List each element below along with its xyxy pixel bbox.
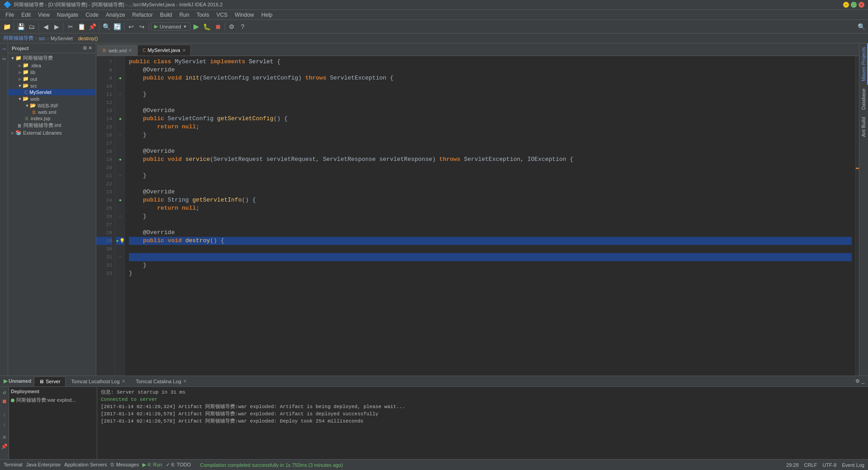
tab-webxml[interactable]: 🗎 web.xml ✕ bbox=[97, 45, 137, 56]
menu-file[interactable]: File bbox=[2, 11, 18, 19]
debug-button[interactable]: 🐛 bbox=[202, 22, 212, 32]
tab-server[interactable]: 🖥 Server bbox=[34, 376, 65, 386]
status-java-enterprise-tab[interactable]: Java Enterprise bbox=[26, 462, 61, 468]
file-encoding[interactable]: UTF-8 bbox=[822, 462, 836, 468]
wrap-icon[interactable]: ⌘ bbox=[1, 434, 8, 441]
tree-item-iml[interactable]: 🗎 阿斯顿辅导费.iml bbox=[8, 122, 96, 129]
breadcrumb-project[interactable]: 阿斯顿辅导费 bbox=[4, 35, 33, 42]
menu-edit[interactable]: Edit bbox=[18, 11, 34, 19]
menu-vcs[interactable]: VCS bbox=[213, 11, 231, 19]
scroll-down-icon[interactable]: ↓ bbox=[1, 421, 8, 428]
toolbar-open-button[interactable]: 📁 bbox=[2, 22, 12, 32]
menu-navigate[interactable]: Navigate bbox=[53, 11, 82, 19]
breadcrumb-method[interactable]: destroy() bbox=[75, 35, 100, 42]
tree-item-indexjsp[interactable]: 🗎 index.jsp bbox=[8, 115, 96, 122]
project-panel-header: Project ⚙ ✕ bbox=[8, 43, 96, 53]
project-settings-icon[interactable]: ⚙ bbox=[83, 45, 87, 51]
menu-help[interactable]: Help bbox=[258, 11, 276, 19]
help-button[interactable]: ? bbox=[238, 22, 248, 32]
breadcrumb-class[interactable]: MyServlet bbox=[51, 36, 73, 41]
sidebar-maven-projects[interactable]: Maven Projects bbox=[859, 43, 868, 85]
minimize-panel-icon[interactable]: _ bbox=[862, 378, 864, 384]
settings-button[interactable]: ⚙ bbox=[227, 22, 237, 32]
tree-item-extlibs[interactable]: ▶ 📚 External Libraries bbox=[8, 129, 96, 136]
tab-tomcat-catalina-close[interactable]: ✕ bbox=[183, 379, 187, 384]
close-button[interactable]: ✕ bbox=[859, 2, 864, 8]
scroll-up-icon[interactable]: ↑ bbox=[1, 412, 8, 419]
code-content[interactable]: public class MyServlet implements Servle… bbox=[125, 56, 855, 376]
tree-item-idea[interactable]: ▶ 📁 .idea bbox=[8, 62, 96, 69]
toolbar-forward-button[interactable]: ▶ bbox=[52, 22, 61, 32]
toolbar-paste-button[interactable]: 📌 bbox=[87, 22, 97, 32]
tree-label-idea: .idea bbox=[30, 63, 41, 68]
status-app-servers-tab[interactable]: Application Servers bbox=[64, 462, 107, 468]
gutter-run-14[interactable]: ● bbox=[116, 115, 124, 123]
minimize-button[interactable]: ─ bbox=[843, 2, 849, 8]
tree-item-lib[interactable]: ▶ 📁 lib bbox=[8, 69, 96, 75]
left-icon-2[interactable]: 2 bbox=[0, 55, 8, 62]
tree-item-web[interactable]: ▼ 📂 web bbox=[8, 95, 96, 102]
event-log[interactable]: Event Log bbox=[842, 462, 864, 468]
menu-tools[interactable]: Tools bbox=[193, 11, 213, 19]
stop-button[interactable]: ⏹ bbox=[213, 22, 223, 32]
tree-item-webinf[interactable]: ▼ 📂 WEB-INF bbox=[8, 102, 96, 109]
menu-run[interactable]: Run bbox=[176, 11, 193, 19]
stop-server-icon[interactable]: ⏹ bbox=[1, 398, 8, 405]
tab-tomcat-localhost-close[interactable]: ✕ bbox=[122, 379, 125, 384]
menu-build[interactable]: Build bbox=[156, 11, 176, 19]
tab-tomcat-localhost[interactable]: Tomcat Localhost Log ✕ bbox=[66, 376, 130, 386]
cursor-position[interactable]: 29:28 bbox=[786, 462, 799, 468]
line-ending[interactable]: CRLF bbox=[804, 462, 817, 468]
sidebar-ant-build[interactable]: Ant Build bbox=[859, 113, 868, 141]
toolbar-replace-button[interactable]: 🔄 bbox=[112, 22, 122, 32]
gutter-run-29[interactable]: ●💡 bbox=[116, 237, 124, 245]
toolbar-find-button[interactable]: 🔍 bbox=[101, 22, 111, 32]
breadcrumb-src[interactable]: src bbox=[39, 36, 46, 41]
tree-item-out[interactable]: ▶ 📁 out bbox=[8, 75, 96, 82]
tab-tomcat-catalina[interactable]: Tomcat Catalina Log ✕ bbox=[131, 376, 192, 386]
tree-item-myservlet[interactable]: C MyServlet bbox=[8, 89, 96, 95]
tree-item-root[interactable]: ▼ 📁 阿斯顿辅导费 bbox=[8, 54, 96, 62]
run-config-selector[interactable]: ▶ Unnamed ▼ bbox=[151, 22, 190, 31]
menu-analyze[interactable]: Analyze bbox=[102, 11, 129, 19]
tab-myservlet-close[interactable]: ✕ bbox=[182, 48, 186, 53]
gutter-run-9[interactable]: ● bbox=[116, 74, 124, 82]
toolbar-copy-button[interactable]: 📋 bbox=[76, 22, 86, 32]
gutter-run-24[interactable]: ● bbox=[116, 196, 124, 204]
sidebar-database[interactable]: Database bbox=[859, 85, 868, 113]
toolbar-back-button[interactable]: ◀ bbox=[41, 22, 51, 32]
toolbar-undo-button[interactable]: ↩ bbox=[126, 22, 136, 32]
toolbar: 📁 💾 🗂 ◀ ▶ ✂ 📋 📌 🔍 🔄 ↩ ↪ ▶ Unnamed ▼ ▶ 🐛 … bbox=[0, 20, 868, 33]
gutter-run-19[interactable]: ● bbox=[116, 155, 124, 164]
status-messages-tab[interactable]: 0: Messages bbox=[111, 462, 139, 468]
menu-view[interactable]: View bbox=[34, 11, 53, 19]
run-button[interactable]: ▶ bbox=[191, 22, 201, 32]
search-everywhere-button[interactable]: 🔍 bbox=[856, 22, 866, 32]
status-left: Terminal Java Enterprise Application Ser… bbox=[4, 462, 343, 468]
bottom-panel-left-icons: ↺ ⏹ ↑ ↓ ⌘ 📌 bbox=[0, 387, 9, 459]
project-close-icon[interactable]: ✕ bbox=[88, 45, 92, 51]
toolbar-cut-button[interactable]: ✂ bbox=[66, 22, 75, 32]
toolbar-save-button[interactable]: 💾 bbox=[16, 22, 26, 32]
tree-item-src[interactable]: ▼ 📂 src bbox=[8, 82, 96, 89]
project-panel: Project ⚙ ✕ ▼ 📁 阿斯顿辅导费 ▶ 📁 .idea bbox=[8, 43, 96, 376]
bottom-panel: ▶ Unnamed 🖥 Server Tomcat Localhost Log … bbox=[0, 376, 868, 459]
menu-window[interactable]: Window bbox=[231, 11, 258, 19]
tree-item-webxml[interactable]: 🗎 web.xml bbox=[8, 109, 96, 115]
tab-myservlet[interactable]: C MyServlet.java ✕ bbox=[137, 45, 190, 56]
status-run-tab[interactable]: ▶ 4: Run bbox=[142, 462, 162, 468]
code-editor[interactable]: 7 8 9 10 11 12 13 14 15 16 17 18 19 20 2… bbox=[96, 56, 859, 376]
tab-webxml-close[interactable]: ✕ bbox=[128, 48, 132, 53]
left-icon-1[interactable]: 1 bbox=[0, 45, 8, 52]
toolbar-save-all-button[interactable]: 🗂 bbox=[27, 22, 37, 32]
status-terminal-tab[interactable]: Terminal bbox=[4, 462, 23, 468]
maximize-button[interactable]: □ bbox=[851, 2, 857, 8]
menu-refactor[interactable]: Refactor bbox=[129, 11, 156, 19]
status-todo-tab[interactable]: ✓ 6: TODO bbox=[166, 462, 191, 468]
settings-icon[interactable]: ⚙ bbox=[855, 378, 860, 384]
toolbar-redo-button[interactable]: ↪ bbox=[137, 22, 147, 32]
restart-icon[interactable]: ↺ bbox=[1, 389, 8, 396]
pin-icon[interactable]: 📌 bbox=[1, 443, 8, 450]
deployment-item[interactable]: 阿斯顿辅导费:war explod... bbox=[11, 396, 95, 404]
menu-code[interactable]: Code bbox=[82, 11, 102, 19]
